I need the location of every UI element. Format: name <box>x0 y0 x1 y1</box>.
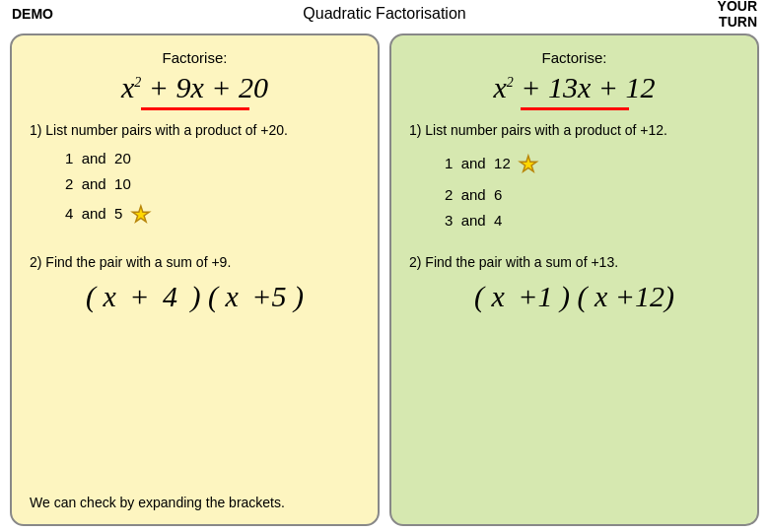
yourturn-step1: 1) List number pairs with a product of +… <box>409 122 739 138</box>
demo-panel: Factorise: x2 + 9x + 20 1) List number p… <box>10 33 380 526</box>
demo-check: We can check by expanding the brackets. <box>30 495 360 510</box>
top-bar: DEMO Quadratic Factorisation YOUR TURN <box>0 0 769 28</box>
yourturn-pair-3: 3 and 4 <box>445 208 739 233</box>
yourturn-panel: Factorise: x2 + 13x + 12 1) List number … <box>389 33 759 526</box>
yourturn-step2: 2) Find the pair with a sum of +13. <box>409 254 739 270</box>
page-title: Quadratic Factorisation <box>91 5 678 23</box>
yourturn-pair-1: 1 and 12 ★ <box>445 146 739 182</box>
demo-pair-2: 2 and 10 <box>65 171 360 197</box>
yourturn-label: YOUR TURN <box>678 0 757 30</box>
demo-pairs: 1 and 20 2 and 10 4 and 5 ★ <box>65 146 360 233</box>
demo-underline <box>141 107 249 110</box>
demo-step2: 2) Find the pair with a sum of +9. <box>30 254 360 270</box>
yourturn-underline <box>521 107 629 110</box>
demo-expression: x2 + 9x + 20 <box>30 70 360 105</box>
yourturn-pairs: 1 and 12 ★ 2 and 6 3 and 4 <box>445 146 739 233</box>
demo-pair-3: 4 and 5 ★ <box>65 196 360 233</box>
demo-answer: ( x + 4 ) ( x +5 ) <box>30 280 360 313</box>
demo-step1: 1) List number pairs with a product of +… <box>30 122 360 138</box>
panels: Factorise: x2 + 9x + 20 1) List number p… <box>0 28 769 532</box>
yourturn-expression: x2 + 13x + 12 <box>409 70 739 105</box>
yourturn-star: ★ <box>519 146 538 182</box>
demo-pair-1: 1 and 20 <box>65 146 360 171</box>
demo-factorise-label: Factorise: <box>30 49 360 66</box>
yourturn-answer: ( x +1 ) ( x +12) <box>409 280 739 313</box>
demo-label: DEMO <box>12 6 91 22</box>
demo-star: ★ <box>131 196 151 233</box>
yourturn-factorise-label: Factorise: <box>409 49 739 66</box>
yourturn-pair-2: 2 and 6 <box>445 182 739 208</box>
